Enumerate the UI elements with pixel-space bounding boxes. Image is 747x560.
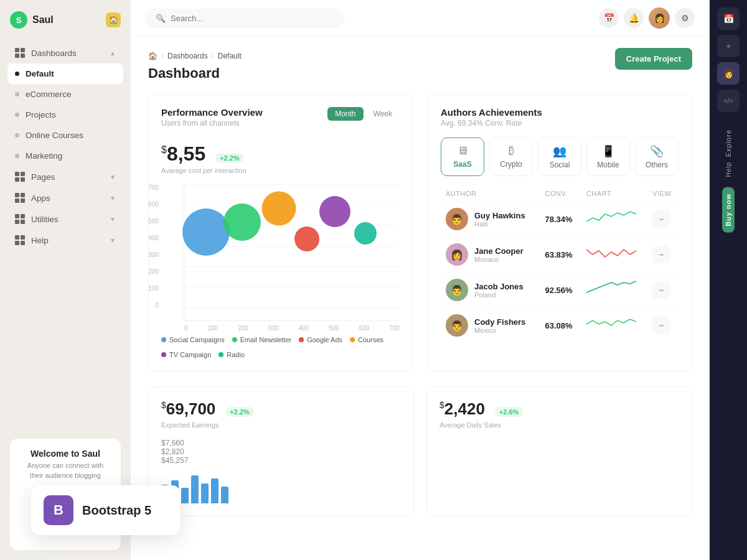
tab-crypto[interactable]: ₿ Crypto: [489, 138, 533, 176]
rp-add-icon[interactable]: +: [717, 35, 740, 57]
sidebar-item-utilities[interactable]: Utilities ▼: [7, 208, 123, 230]
sidebar-label-dashboards: Dashboards: [31, 49, 77, 58]
sidebar-label-ecommerce: eCommerce: [26, 90, 72, 99]
author-country: Monaco: [474, 256, 524, 263]
right-panel: 📅 + 👩 </> Explore Help Buy now: [710, 0, 747, 560]
author-country: Mexico: [474, 327, 525, 334]
author-name: Jane Cooper: [474, 246, 524, 256]
daily-sales-card: $2,420 +2.6% Average Daily Sales: [426, 386, 692, 516]
sidebar: S Saul 🏠 Dashboards ▲ Default eCo: [0, 0, 131, 560]
calendar-icon[interactable]: 📅: [599, 8, 619, 28]
sparkline-jacob: [586, 280, 636, 297]
sidebar-item-dashboards[interactable]: Dashboards ▲: [7, 42, 123, 63]
nav-dot: [15, 92, 19, 96]
tab-others[interactable]: 📎 Others: [635, 138, 679, 176]
daily-sales-value: $2,420: [439, 399, 485, 419]
sidebar-label-projects: Projects: [26, 110, 56, 119]
view-button[interactable]: →: [652, 281, 670, 299]
chevron-icon: ▼: [110, 195, 116, 202]
table-row: 👨 Jacob Jones Poland 92.56%: [441, 273, 679, 308]
sparkline-jane: [586, 245, 636, 262]
tab-week[interactable]: Week: [366, 107, 400, 121]
conv-rate: 63.08%: [545, 321, 573, 330]
tab-mobile[interactable]: 📱 Mobile: [586, 138, 630, 176]
table-row: 👨 Guy Hawkins Haiti 78.34%: [441, 202, 679, 237]
authors-table: AUTHOR CONV. CHART VIEW 👨: [441, 186, 679, 343]
earnings-badge: +2.2%: [225, 407, 254, 417]
sidebar-toggle[interactable]: 🏠: [106, 12, 121, 27]
author-info: 👩 Jane Cooper Monaco: [446, 243, 535, 266]
rp-calendar-icon[interactable]: 📅: [717, 7, 740, 30]
bubble-radio: [354, 222, 377, 245]
legend-radio: Radio: [218, 351, 245, 358]
perf-stat-label: Avarage cost per interaction: [161, 167, 400, 174]
author-info: 👨 Cody Fishers Mexico: [446, 314, 535, 337]
rp-code-icon[interactable]: </>: [717, 90, 740, 112]
author-name: Jacob Jones: [474, 282, 524, 291]
sidebar-item-projects[interactable]: Projects: [7, 105, 123, 125]
table-row: 👩 Jane Cooper Monaco 63.83%: [441, 237, 679, 273]
help-icon: [15, 235, 25, 245]
tab-mobile-label: Mobile: [597, 161, 619, 169]
stats-row: $69,700 +2.2% Expected Earnings $7,660 $…: [148, 386, 692, 516]
chart-legend: Social Campaigns Email Newsletter Google…: [161, 336, 400, 358]
grid-icon: [15, 48, 25, 58]
time-tabs: Month Week: [327, 107, 400, 121]
sidebar-logo: S Saul: [10, 11, 54, 29]
sidebar-item-ecommerce[interactable]: eCommerce: [7, 84, 123, 105]
view-button[interactable]: →: [652, 210, 670, 228]
pages-icon: [15, 172, 25, 182]
col-chart: CHART: [581, 186, 647, 202]
perf-subtitle: Users from all channels: [161, 119, 263, 128]
legend-email: Email Newsletter: [232, 336, 292, 343]
search-input[interactable]: [171, 14, 335, 23]
view-button[interactable]: →: [652, 246, 670, 263]
sidebar-item-pages[interactable]: Pages ▼: [7, 166, 123, 187]
content-area: 🏠 › Dashboards › Default Dashboard Creat…: [131, 37, 710, 560]
nav-dot: [15, 72, 19, 76]
sidebar-item-apps[interactable]: Apps ▼: [7, 187, 123, 208]
search-box[interactable]: 🔍: [146, 9, 345, 28]
legend-google: Google Ads: [299, 336, 342, 343]
tab-saas-label: SaaS: [453, 160, 471, 169]
create-project-button[interactable]: Create Project: [615, 48, 692, 70]
tab-month[interactable]: Month: [327, 107, 363, 121]
nav-dot: [15, 154, 19, 158]
saas-icon: 🖥: [457, 144, 468, 157]
user-avatar[interactable]: 👩: [649, 7, 670, 29]
chevron-icon: ▼: [110, 237, 116, 244]
tab-social[interactable]: 👥 Social: [538, 138, 581, 176]
sidebar-label-default: Default: [26, 69, 54, 78]
author-country: Haiti: [474, 220, 525, 228]
rp-user-avatar[interactable]: 👩: [717, 62, 740, 85]
chevron-icon: ▼: [110, 216, 116, 223]
chart-y-labels: 7006005004003002001000: [141, 184, 159, 309]
sidebar-label-help: Help: [31, 236, 49, 245]
notification-icon[interactable]: 🔔: [624, 8, 644, 28]
sidebar-item-marketing[interactable]: Marketing: [7, 146, 123, 166]
author-info: 👨 Guy Hawkins Haiti: [446, 208, 535, 230]
mobile-icon: 📱: [601, 144, 615, 158]
sidebar-label-utilities: Utilities: [31, 215, 59, 224]
breadcrumb-current: Default: [218, 52, 242, 60]
bubble-google: [262, 192, 296, 226]
sidebar-label-marketing: Marketing: [26, 151, 62, 161]
settings-icon[interactable]: ⚙: [675, 8, 695, 28]
rp-buy-button[interactable]: Buy now: [722, 187, 735, 233]
bubble-courses: [294, 226, 319, 251]
sidebar-label-pages: Pages: [31, 172, 55, 182]
author-name: Guy Hawkins: [474, 211, 525, 220]
nav-dot: [15, 133, 19, 138]
authors-tabs: 🖥 SaaS ₿ Crypto 👥 Social 📱 Mobile: [441, 138, 679, 176]
legend-tv: TV Campaign: [161, 351, 211, 358]
col-view: VIEW: [647, 186, 679, 202]
sidebar-item-default[interactable]: Default: [7, 63, 123, 84]
sidebar-item-online-courses[interactable]: Online Courses: [7, 125, 123, 146]
earnings-items: $7,660 $2,820 $45,257: [161, 439, 401, 465]
social-icon: 👥: [553, 144, 566, 158]
view-button[interactable]: →: [652, 317, 670, 334]
earnings-label: Expected Earnings: [161, 421, 401, 429]
bootstrap-overlay: B Bootstrap 5: [31, 485, 181, 535]
sidebar-item-help[interactable]: Help ▼: [7, 230, 123, 251]
tab-saas[interactable]: 🖥 SaaS: [441, 138, 484, 176]
